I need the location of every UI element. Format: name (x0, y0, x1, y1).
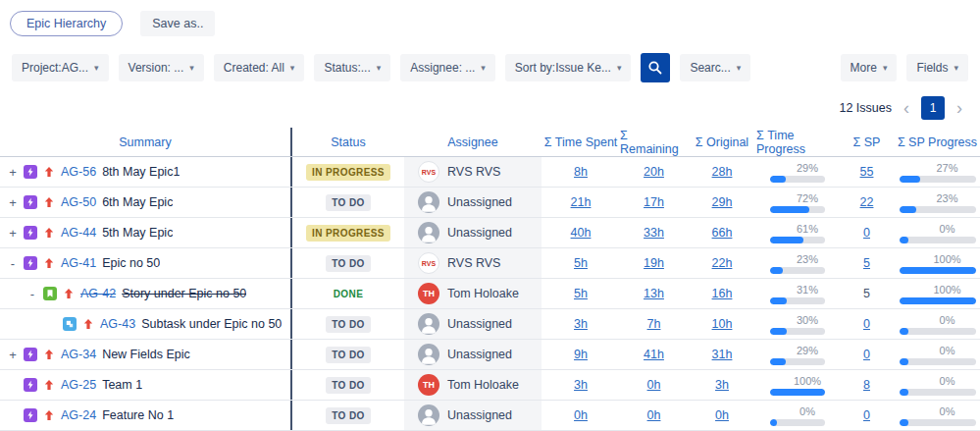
expander-toggle[interactable]: + (8, 226, 18, 241)
column-header-sp[interactable]: Σ SP (839, 128, 895, 156)
epic-hierarchy-button[interactable]: Epic Hierarchy (10, 11, 123, 36)
time-spent-link[interactable]: 21h (571, 195, 592, 209)
priority-up-icon (43, 409, 55, 421)
search-button[interactable] (641, 53, 670, 82)
remaining-link[interactable]: 33h (644, 226, 664, 240)
sp-link[interactable]: 0 (863, 317, 870, 331)
original-cell: 0h (688, 401, 756, 430)
summary-cell: + AG-50 6th May Epic (0, 188, 292, 217)
remaining-cell: 17h (620, 188, 688, 217)
remaining-cell: 19h (620, 248, 688, 278)
sp-link[interactable]: 5 (863, 256, 870, 270)
column-header-time-progress[interactable]: Σ Time Progress (756, 128, 839, 156)
filter-version[interactable]: Version: ... ▾ (119, 54, 204, 81)
time-spent-link[interactable]: 40h (571, 226, 592, 240)
time-progress-bar (770, 358, 825, 365)
filter-assignee[interactable]: Assignee: ... ▾ (400, 54, 495, 81)
prev-page-icon[interactable]: ‹ (902, 99, 911, 117)
sp-link[interactable]: 8 (863, 378, 870, 392)
time-spent-link[interactable]: 0h (574, 408, 588, 422)
column-header-assignee[interactable]: Assignee (404, 128, 542, 156)
fields-button[interactable]: Fields ▾ (906, 54, 968, 81)
sp-link[interactable]: 5 (863, 287, 870, 300)
issue-key-link[interactable]: AG-50 (61, 195, 96, 209)
remaining-link[interactable]: 7h (647, 317, 661, 331)
remaining-link[interactable]: 41h (644, 348, 664, 361)
original-link[interactable]: 16h (712, 287, 733, 300)
expander-toggle[interactable]: + (8, 165, 18, 180)
page-number[interactable]: 1 (921, 96, 945, 120)
time-spent-link[interactable]: 5h (574, 287, 588, 300)
original-link[interactable]: 3h (715, 378, 729, 392)
issue-key-link[interactable]: AG-25 (61, 378, 96, 392)
time-progress-cell: 0% (756, 401, 839, 430)
time-spent-cell: 0h (542, 401, 620, 430)
original-link[interactable]: 29h (712, 195, 733, 209)
summary-cell: + AG-56 8th May Epic1 (0, 157, 292, 187)
filter-project[interactable]: Project:AG... ▾ (12, 54, 109, 81)
assignee-name: Unassigned (447, 408, 512, 422)
time-spent-link[interactable]: 3h (574, 317, 588, 331)
issue-key-link[interactable]: AG-34 (61, 348, 96, 361)
original-link[interactable]: 10h (712, 317, 733, 331)
sp-progress-cell: 0% (895, 370, 980, 400)
expander-toggle[interactable]: - (8, 256, 18, 271)
original-link[interactable]: 28h (712, 165, 733, 179)
remaining-link[interactable]: 17h (644, 195, 664, 209)
issue-key-link[interactable]: AG-42 (80, 287, 116, 300)
time-spent-link[interactable]: 8h (574, 165, 588, 179)
sp-progress-fill (900, 328, 908, 335)
original-cell: 66h (688, 218, 756, 247)
original-link[interactable]: 31h (712, 348, 733, 361)
sp-link[interactable]: 0 (863, 226, 870, 240)
column-header-summary[interactable]: Summary (0, 128, 292, 156)
column-header-remaining[interactable]: Σ Remaining (620, 128, 688, 156)
issue-key-link[interactable]: AG-44 (61, 226, 96, 240)
remaining-link[interactable]: 0h (647, 408, 661, 422)
issue-key-link[interactable]: AG-56 (61, 165, 96, 179)
remaining-cell: 33h (620, 218, 688, 247)
original-link[interactable]: 66h (712, 226, 733, 240)
column-header-status[interactable]: Status (292, 128, 404, 156)
more-button-label: More (851, 61, 877, 75)
column-header-sp-progress[interactable]: Σ SP Progress (895, 128, 980, 156)
sp-link[interactable]: 55 (860, 165, 874, 179)
time-spent-link[interactable]: 9h (574, 348, 588, 361)
remaining-link[interactable]: 13h (644, 287, 664, 300)
sp-link[interactable]: 0 (863, 348, 870, 361)
next-page-icon[interactable]: › (954, 99, 964, 117)
more-button[interactable]: More ▾ (841, 54, 898, 81)
search-dropdown[interactable]: Searc... ▾ (680, 54, 750, 81)
remaining-link[interactable]: 20h (644, 165, 664, 179)
remaining-link[interactable]: 19h (644, 256, 664, 270)
sp-progress-fill (900, 237, 908, 243)
issue-key-link[interactable]: AG-41 (61, 256, 96, 270)
sp-progress-bar (900, 267, 976, 274)
column-header-time-spent[interactable]: Σ Time Spent (542, 128, 620, 156)
remaining-link[interactable]: 0h (647, 378, 661, 392)
original-link[interactable]: 0h (715, 408, 729, 422)
time-progress-percent: 31% (797, 284, 818, 296)
time-spent-link[interactable]: 5h (574, 256, 588, 270)
status-badge: TO DO (326, 377, 370, 394)
time-spent-link[interactable]: 3h (574, 378, 588, 392)
expander-toggle[interactable]: + (8, 195, 18, 210)
filter-sort[interactable]: Sort by:Issue Ke... ▾ (505, 54, 632, 81)
sp-link[interactable]: 0 (863, 408, 870, 422)
sp-progress-percent: 23% (936, 192, 957, 204)
expander-toggle[interactable]: + (8, 348, 18, 362)
original-link[interactable]: 22h (712, 256, 733, 270)
expander-toggle[interactable]: - (27, 287, 37, 301)
time-progress-bar (770, 176, 825, 183)
column-header-original[interactable]: Σ Original (688, 128, 756, 156)
save-as-button[interactable]: Save as.. (140, 11, 215, 36)
original-cell: 10h (688, 309, 756, 339)
summary-cell: - AG-42 Story under Epic no 50 (0, 279, 292, 308)
table-row: AG-43 Subtask under Epic no 50 TO DO Una… (0, 309, 980, 340)
sp-link[interactable]: 22 (860, 195, 874, 209)
filter-created[interactable]: Created: All ▾ (214, 54, 305, 81)
filter-status[interactable]: Status:... ▾ (314, 54, 390, 81)
issue-key-link[interactable]: AG-24 (61, 408, 96, 422)
priority-up-icon (43, 349, 55, 360)
issue-key-link[interactable]: AG-43 (100, 317, 135, 331)
